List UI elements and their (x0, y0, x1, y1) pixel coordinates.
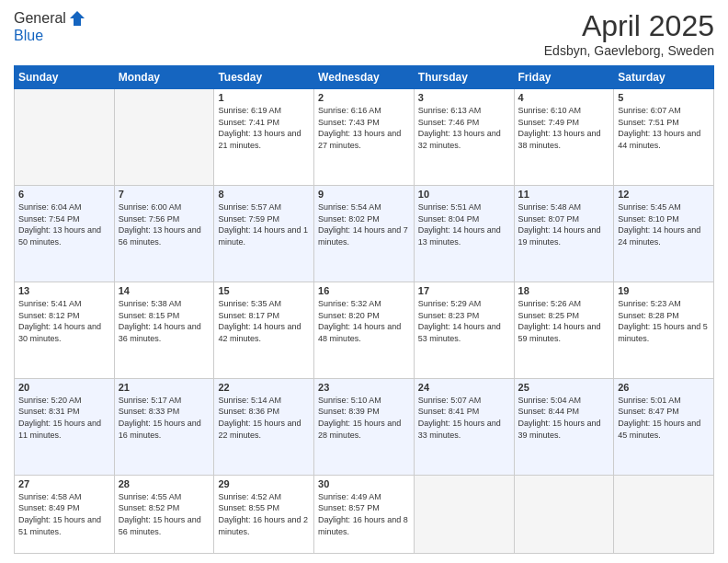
day-info: Sunrise: 5:45 AM Sunset: 8:10 PM Dayligh… (618, 201, 710, 247)
day-info: Sunrise: 6:07 AM Sunset: 7:51 PM Dayligh… (618, 105, 710, 151)
table-row: 29Sunrise: 4:52 AM Sunset: 8:55 PM Dayli… (214, 475, 314, 553)
day-number: 12 (618, 189, 710, 200)
day-number: 9 (318, 189, 410, 200)
day-info: Sunrise: 5:01 AM Sunset: 8:47 PM Dayligh… (618, 395, 710, 441)
table-row: 12Sunrise: 5:45 AM Sunset: 8:10 PM Dayli… (614, 185, 714, 282)
table-row (614, 475, 714, 553)
day-number: 24 (418, 382, 510, 393)
day-info: Sunrise: 4:49 AM Sunset: 8:57 PM Dayligh… (318, 491, 410, 537)
table-row: 28Sunrise: 4:55 AM Sunset: 8:52 PM Dayli… (114, 475, 214, 553)
logo: General Blue (14, 9, 86, 44)
table-row: 9Sunrise: 5:54 AM Sunset: 8:02 PM Daylig… (314, 185, 415, 282)
calendar-week-row: 6Sunrise: 6:04 AM Sunset: 7:54 PM Daylig… (15, 185, 714, 282)
table-row: 3Sunrise: 6:13 AM Sunset: 7:46 PM Daylig… (414, 89, 514, 186)
day-info: Sunrise: 5:10 AM Sunset: 8:39 PM Dayligh… (318, 395, 410, 441)
table-row: 8Sunrise: 5:57 AM Sunset: 7:59 PM Daylig… (214, 185, 314, 282)
col-thursday: Thursday (414, 66, 514, 89)
table-row: 2Sunrise: 6:16 AM Sunset: 7:43 PM Daylig… (314, 89, 415, 186)
table-row (414, 475, 514, 553)
day-info: Sunrise: 4:55 AM Sunset: 8:52 PM Dayligh… (119, 491, 210, 537)
day-number: 15 (218, 285, 310, 296)
title-month: April 2025 (544, 9, 714, 43)
calendar-header-row: Sunday Monday Tuesday Wednesday Thursday… (15, 66, 714, 89)
day-number: 7 (119, 189, 210, 200)
logo-general-text: General (14, 10, 66, 27)
day-info: Sunrise: 5:17 AM Sunset: 8:33 PM Dayligh… (119, 395, 210, 441)
table-row: 24Sunrise: 5:07 AM Sunset: 8:41 PM Dayli… (414, 378, 514, 475)
day-number: 4 (518, 92, 610, 103)
table-row: 7Sunrise: 6:00 AM Sunset: 7:56 PM Daylig… (114, 185, 214, 282)
day-info: Sunrise: 5:38 AM Sunset: 8:15 PM Dayligh… (119, 298, 210, 344)
calendar-week-row: 20Sunrise: 5:20 AM Sunset: 8:31 PM Dayli… (15, 378, 714, 475)
table-row: 23Sunrise: 5:10 AM Sunset: 8:39 PM Dayli… (314, 378, 415, 475)
table-row: 30Sunrise: 4:49 AM Sunset: 8:57 PM Dayli… (314, 475, 415, 553)
table-row: 5Sunrise: 6:07 AM Sunset: 7:51 PM Daylig… (614, 89, 714, 186)
day-number: 11 (518, 189, 610, 200)
table-row: 26Sunrise: 5:01 AM Sunset: 8:47 PM Dayli… (614, 378, 714, 475)
title-location: Edsbyn, Gaevleborg, Sweden (544, 43, 714, 58)
day-info: Sunrise: 5:41 AM Sunset: 8:12 PM Dayligh… (18, 298, 110, 344)
page: General Blue April 2025 Edsbyn, Gaevlebo… (0, 0, 728, 563)
table-row: 16Sunrise: 5:32 AM Sunset: 8:20 PM Dayli… (314, 282, 415, 378)
col-monday: Monday (114, 66, 214, 89)
day-number: 3 (418, 92, 510, 103)
table-row: 13Sunrise: 5:41 AM Sunset: 8:12 PM Dayli… (15, 282, 115, 378)
day-number: 1 (218, 92, 310, 103)
day-number: 26 (618, 382, 710, 393)
col-friday: Friday (514, 66, 614, 89)
day-number: 23 (318, 382, 410, 393)
col-wednesday: Wednesday (314, 66, 415, 89)
table-row: 25Sunrise: 5:04 AM Sunset: 8:44 PM Dayli… (514, 378, 614, 475)
title-block: April 2025 Edsbyn, Gaevleborg, Sweden (544, 9, 714, 58)
day-info: Sunrise: 5:54 AM Sunset: 8:02 PM Dayligh… (318, 201, 410, 247)
table-row: 15Sunrise: 5:35 AM Sunset: 8:17 PM Dayli… (214, 282, 314, 378)
table-row: 19Sunrise: 5:23 AM Sunset: 8:28 PM Dayli… (614, 282, 714, 378)
table-row: 22Sunrise: 5:14 AM Sunset: 8:36 PM Dayli… (214, 378, 314, 475)
calendar-week-row: 1Sunrise: 6:19 AM Sunset: 7:41 PM Daylig… (15, 89, 714, 186)
table-row: 17Sunrise: 5:29 AM Sunset: 8:23 PM Dayli… (414, 282, 514, 378)
table-row (15, 89, 115, 186)
day-info: Sunrise: 4:58 AM Sunset: 8:49 PM Dayligh… (18, 491, 110, 537)
table-row: 18Sunrise: 5:26 AM Sunset: 8:25 PM Dayli… (514, 282, 614, 378)
logo-icon (68, 9, 86, 28)
day-number: 13 (18, 285, 110, 296)
day-number: 20 (18, 382, 110, 393)
day-info: Sunrise: 5:32 AM Sunset: 8:20 PM Dayligh… (318, 298, 410, 344)
table-row (114, 89, 214, 186)
day-number: 29 (218, 478, 310, 489)
day-info: Sunrise: 6:19 AM Sunset: 7:41 PM Dayligh… (218, 105, 310, 151)
day-number: 19 (618, 285, 710, 296)
day-info: Sunrise: 6:13 AM Sunset: 7:46 PM Dayligh… (418, 105, 510, 151)
day-info: Sunrise: 5:26 AM Sunset: 8:25 PM Dayligh… (518, 298, 610, 344)
day-info: Sunrise: 6:00 AM Sunset: 7:56 PM Dayligh… (119, 201, 210, 247)
logo-blue-text: Blue (14, 28, 86, 44)
day-info: Sunrise: 6:10 AM Sunset: 7:49 PM Dayligh… (518, 105, 610, 151)
day-number: 27 (18, 478, 110, 489)
day-info: Sunrise: 5:04 AM Sunset: 8:44 PM Dayligh… (518, 395, 610, 441)
day-info: Sunrise: 6:04 AM Sunset: 7:54 PM Dayligh… (18, 201, 110, 247)
day-number: 21 (119, 382, 210, 393)
day-info: Sunrise: 6:16 AM Sunset: 7:43 PM Dayligh… (318, 105, 410, 151)
day-info: Sunrise: 5:48 AM Sunset: 8:07 PM Dayligh… (518, 201, 610, 247)
table-row: 14Sunrise: 5:38 AM Sunset: 8:15 PM Dayli… (114, 282, 214, 378)
day-info: Sunrise: 5:20 AM Sunset: 8:31 PM Dayligh… (18, 395, 110, 441)
day-info: Sunrise: 5:07 AM Sunset: 8:41 PM Dayligh… (418, 395, 510, 441)
calendar-table: Sunday Monday Tuesday Wednesday Thursday… (14, 65, 714, 554)
table-row: 10Sunrise: 5:51 AM Sunset: 8:04 PM Dayli… (414, 185, 514, 282)
calendar-week-row: 13Sunrise: 5:41 AM Sunset: 8:12 PM Dayli… (15, 282, 714, 378)
day-number: 28 (119, 478, 210, 489)
svg-marker-0 (70, 11, 85, 26)
table-row: 1Sunrise: 6:19 AM Sunset: 7:41 PM Daylig… (214, 89, 314, 186)
table-row (514, 475, 614, 553)
table-row: 6Sunrise: 6:04 AM Sunset: 7:54 PM Daylig… (15, 185, 115, 282)
day-info: Sunrise: 5:23 AM Sunset: 8:28 PM Dayligh… (618, 298, 710, 344)
table-row: 11Sunrise: 5:48 AM Sunset: 8:07 PM Dayli… (514, 185, 614, 282)
day-number: 6 (18, 189, 110, 200)
day-number: 30 (318, 478, 410, 489)
day-info: Sunrise: 5:14 AM Sunset: 8:36 PM Dayligh… (218, 395, 310, 441)
day-info: Sunrise: 5:51 AM Sunset: 8:04 PM Dayligh… (418, 201, 510, 247)
day-info: Sunrise: 5:29 AM Sunset: 8:23 PM Dayligh… (418, 298, 510, 344)
table-row: 27Sunrise: 4:58 AM Sunset: 8:49 PM Dayli… (15, 475, 115, 553)
day-info: Sunrise: 4:52 AM Sunset: 8:55 PM Dayligh… (218, 491, 310, 537)
day-info: Sunrise: 5:35 AM Sunset: 8:17 PM Dayligh… (218, 298, 310, 344)
